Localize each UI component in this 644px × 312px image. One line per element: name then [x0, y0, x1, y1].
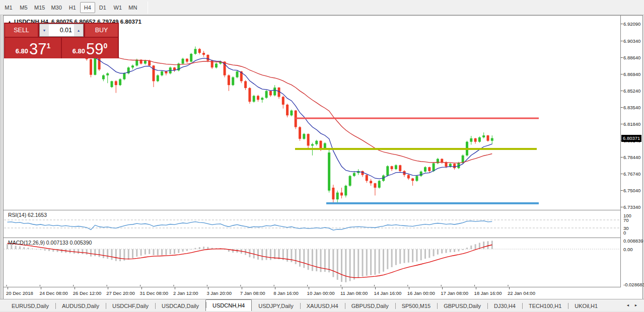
rsi-level-label: 70: [623, 217, 629, 223]
time-tick-label: 10 Jan 00:00: [307, 290, 335, 296]
price-tick: [621, 124, 623, 124]
tab-audusd-daily[interactable]: AUDUSD,Daily: [55, 301, 106, 311]
timeframe-button-mn[interactable]: MN: [125, 2, 140, 13]
time-axis[interactable]: 20 Dec 201824 Dec 08:0026 Dec 12:0027 De…: [4, 287, 642, 299]
sell-button[interactable]: SELL: [5, 24, 38, 37]
price-tick: [621, 74, 623, 74]
tab-xauusd-h4[interactable]: XAUUSD,H4: [300, 301, 345, 311]
timeframe-button-m30[interactable]: M30: [48, 2, 64, 13]
tab-usdcnh-h4[interactable]: USDCNH,H4: [205, 299, 252, 311]
toolbar-separator: [148, 2, 148, 14]
tab-dj30-h4[interactable]: DJ30,H4: [487, 301, 522, 311]
time-tick-label: 17 Jan 08:00: [441, 290, 468, 296]
ask-price-prefix: 6.80: [73, 47, 85, 55]
time-tick: [309, 287, 309, 289]
tab-scroll-arrows: ◄►: [624, 299, 644, 311]
price-tick: [621, 174, 623, 174]
rsi-chart-canvas[interactable]: [4, 211, 620, 237]
price-tick-label: 6.85240: [623, 88, 640, 94]
time-tick: [41, 287, 41, 289]
time-tick: [208, 287, 208, 289]
time-tick: [442, 287, 443, 289]
symbol-tab-bar: EURUSD,DailyAUDUSD,DailyUSDCHF,DailyUSDC…: [0, 299, 644, 311]
timeframe-button-m1[interactable]: M1: [1, 2, 16, 13]
time-tick-label: 20 Dec 2018: [6, 290, 33, 296]
bid-price-big: 37: [29, 42, 46, 57]
time-tick-label: 3 Jan 20:00: [206, 290, 232, 296]
time-tick-label: 24 Dec 08:00: [39, 290, 68, 296]
tab-ukoil-h1[interactable]: UKOil,H1: [568, 301, 604, 311]
macd-level-label: 0.00: [623, 247, 633, 252]
time-tick-label: 14 Jan 16:00: [374, 290, 401, 296]
time-tick: [275, 287, 275, 289]
price-tick-label: 6.75040: [623, 188, 640, 193]
current-price-tag: 6.80371: [621, 135, 641, 142]
time-tick: [242, 287, 242, 289]
time-tick-label: 7 Jan 08:00: [240, 290, 265, 296]
timeframe-button-m15[interactable]: M15: [31, 2, 48, 13]
tab-gbpusd-daily[interactable]: GBPUSD,Daily: [437, 301, 487, 311]
window-grip: [1, 15, 2, 299]
volume-spinner: ▼ ▲: [39, 24, 84, 37]
tab-tech100-h1[interactable]: TECH100,H1: [522, 301, 568, 311]
time-tick-label: 8 Jan 16:00: [273, 290, 299, 296]
macd-chart-canvas[interactable]: [4, 239, 620, 286]
tab-scroll-right-icon[interactable]: ►: [632, 301, 640, 309]
price-tick-label: 6.88640: [623, 55, 640, 60]
time-tick: [108, 287, 108, 289]
price-tick: [621, 24, 623, 24]
tab-scroll-left-icon[interactable]: ◄: [624, 301, 632, 309]
bid-price-pip: 1: [47, 42, 51, 50]
timeframe-button-w1[interactable]: W1: [110, 2, 125, 13]
one-click-trade-panel: SELL ▼ ▲ BUY 6.80 37 1 6.80 59 0: [4, 23, 119, 58]
timeframe-toolbar: M1M5M15M30H1H4D1W1MN: [0, 0, 644, 15]
panel-divider[interactable]: [4, 210, 642, 210]
bid-quote-tile[interactable]: 6.80 37 1: [5, 38, 61, 58]
price-tick: [621, 207, 623, 207]
tab-eurusd-daily[interactable]: EURUSD,Daily: [5, 301, 55, 311]
tab-gbpusd-daily[interactable]: GBPUSD,Daily: [345, 301, 395, 311]
time-tick: [75, 287, 75, 289]
macd-level-label: 0.008839: [623, 238, 643, 244]
tab-sp500-m15[interactable]: SP500,M15: [395, 301, 437, 311]
time-tick: [175, 287, 175, 289]
price-tick: [621, 107, 623, 108]
macd-level-label: -0.028683: [623, 282, 644, 287]
volume-input[interactable]: [49, 24, 74, 36]
timeframe-button-m5[interactable]: M5: [16, 2, 31, 13]
ask-quote-tile[interactable]: 6.80 59 0: [62, 38, 118, 58]
ask-price-big: 59: [86, 42, 103, 57]
price-tick: [621, 157, 623, 158]
timeframe-button-h4[interactable]: H4: [80, 2, 95, 13]
price-tick: [621, 190, 623, 191]
macd-label: MACD(12,26,9) 0.007133 0.005390: [8, 240, 92, 246]
price-axis[interactable]: 6.920906.903406.886406.869406.852406.835…: [621, 16, 642, 298]
tab-usdchf-daily[interactable]: USDCHF,Daily: [106, 301, 155, 311]
price-tick-label: 6.92090: [623, 21, 640, 27]
price-tick-label: 6.81840: [623, 121, 640, 127]
volume-decrease-icon[interactable]: ▼: [40, 24, 49, 36]
price-tick: [621, 57, 623, 58]
time-tick: [141, 287, 142, 289]
time-tick-label: 27 Dec 20:00: [106, 290, 135, 296]
time-tick-label: 11 Jan 08:00: [340, 290, 368, 296]
time-tick-label: 31 Dec 08:00: [140, 290, 169, 296]
time-tick: [8, 287, 8, 289]
price-tick-label: 6.76740: [623, 171, 640, 177]
time-tick-label: 18 Jan 16:00: [474, 290, 502, 296]
time-tick-label: 22 Jan 04:00: [508, 290, 535, 296]
time-tick: [509, 287, 510, 289]
time-tick: [375, 287, 376, 289]
ask-price-pip: 0: [104, 42, 108, 50]
volume-increase-icon[interactable]: ▲: [74, 24, 83, 36]
chart-window: ▲USDCNH,H46.80075 6.80652 6.79749 6.8037…: [3, 15, 643, 299]
tab-usdcad-daily[interactable]: USDCAD,Daily: [155, 301, 205, 311]
rsi-level-label: 0: [623, 230, 626, 236]
panel-divider[interactable]: [4, 238, 642, 238]
tab-usdjpy-daily[interactable]: USDJPY,Daily: [252, 301, 300, 311]
timeframe-button-d1[interactable]: D1: [95, 2, 110, 13]
timeframe-button-h1[interactable]: H1: [65, 2, 80, 13]
price-tick: [621, 91, 623, 91]
buy-button[interactable]: BUY: [85, 24, 118, 37]
time-tick: [342, 287, 342, 289]
